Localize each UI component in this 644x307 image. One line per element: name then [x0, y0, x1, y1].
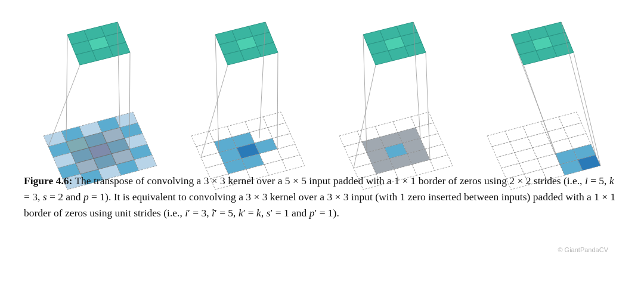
- main-container: Figure 4.6: The transpose of convolving …: [0, 0, 644, 307]
- diagram-2: [179, 12, 317, 167]
- diagram-3: [327, 12, 465, 167]
- diagrams-row: [18, 6, 626, 167]
- figure-caption: Figure 4.6: The transpose of convolving …: [18, 173, 626, 221]
- diagram-1: [32, 12, 169, 167]
- caption-text: The transpose of convolving a 3 × 3 kern…: [24, 175, 615, 219]
- diagram-4: [475, 12, 612, 167]
- figure-label: Figure 4.6:: [24, 175, 72, 187]
- svg-line-43: [66, 35, 67, 142]
- watermark: © GiantPandaCV: [558, 246, 608, 253]
